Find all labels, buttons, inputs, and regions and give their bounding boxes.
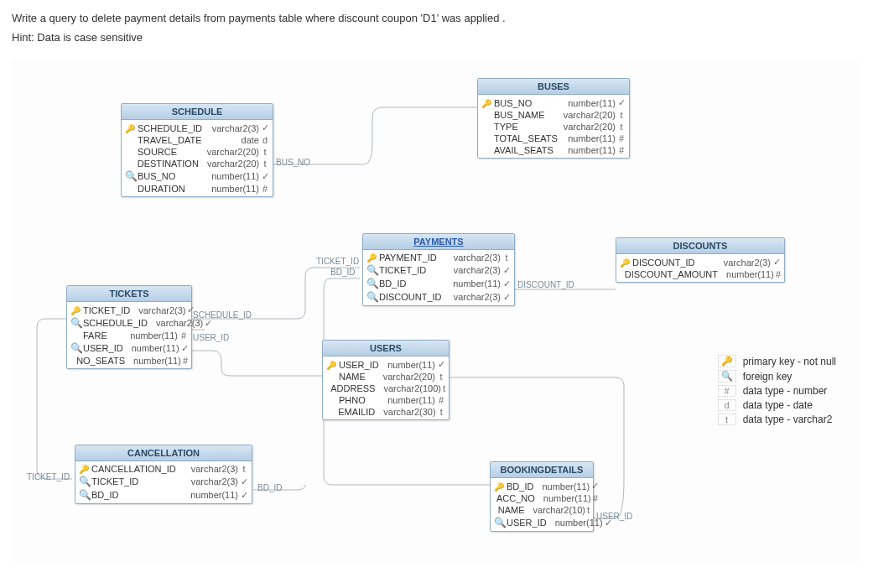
connector-label-schedule-id: SCHEDULE_ID [193,310,252,320]
legend: 🔑primary key - not null 🔍foreign key #da… [718,352,836,428]
connector-label-bd-id-c: BD_ID [257,483,282,492]
table-row: 🔍SCHEDULE_IDvarchar2(3)✓ [67,316,191,330]
key-icon: 🔑 [79,464,89,474]
table-row: 🔑USER_IDnumber(11)✓ [323,358,449,371]
column-name: BUS_NO [494,98,532,108]
column-type: varchar2(3) [183,464,238,474]
table-row: 🔑DISCOUNT_IDvarchar2(3)✓ [616,256,784,268]
column-type: varchar2(100) [375,383,440,393]
column-name: BD_ID [91,490,118,500]
column-type: varchar2(3) [204,123,259,133]
column-name: TRAVEL_DATE [138,135,202,145]
column-flag: t [437,372,445,382]
column-type: varchar2(3) [445,265,501,275]
table-row: AVAIL_SEATSnumber(11)# [478,144,629,156]
column-name: NO_SEATS [76,356,125,366]
table-row: 🔍TICKET_IDvarchar2(3)✓ [75,475,252,488]
column-flag: t [261,147,269,157]
column-name: SCHEDULE_ID [83,318,148,328]
question-text: Write a query to delete payment details … [12,12,861,24]
d-icon: d [718,399,736,411]
table-row: TRAVEL_DATEdated [122,134,273,146]
column-flag: # [437,395,445,405]
column-name: BUS_NO [138,171,175,181]
column-flag: t [240,464,248,474]
column-type: number(11) [718,269,774,279]
column-type: number(11) [122,330,178,341]
column-name: BUS_NAME [494,110,545,120]
column-type: varchar2(20) [555,110,616,120]
column-name: PAYMENT_ID [379,252,437,263]
column-flag: ✓ [437,359,445,370]
table-row: DISCOUNT_AMOUNTnumber(11)# [616,268,784,280]
column-flag: # [617,133,626,143]
column-type: varchar2(20) [199,159,259,169]
connector-label-bus-no: BUS_NO [276,158,310,167]
key-icon: 🔑 [70,305,81,315]
legend-pk: primary key - not null [743,356,836,367]
column-flag: ✓ [502,278,511,289]
column-name: SCHEDULE_ID [138,123,202,133]
table-cancellation: CANCELLATION 🔑CANCELLATION_IDvarchar2(3)… [75,445,252,504]
magnifier-icon: 🔍 [70,317,81,329]
table-row: NO_SEATSnumber(11)# [67,355,191,367]
column-name: TYPE [494,122,518,132]
column-flag: ✓ [181,343,189,354]
table-row: 🔑TICKET_IDvarchar2(3)✓ [67,304,191,316]
table-rows: 🔑PAYMENT_IDvarchar2(3)t🔍TICKET_IDvarchar… [363,250,514,305]
legend-fk: foreign key [743,371,792,382]
column-flag: # [593,493,598,503]
column-type: varchar2(10) [525,505,585,515]
column-flag: ✓ [261,122,269,133]
column-name: PHNO [339,395,366,405]
column-flag: t [502,252,511,263]
column-name: DISCOUNT_ID [632,258,695,268]
column-flag: t [587,505,590,515]
column-name: DESTINATION [138,159,199,169]
connector-label-user-id: USER_ID [193,333,229,342]
column-flag: t [617,110,626,120]
table-row: TOTAL_SEATSnumber(11)# [478,133,629,144]
column-type: varchar2(3) [445,252,501,263]
table-header: CANCELLATION [75,445,252,461]
connector-label-discount-id: DISCOUNT_ID [517,280,574,289]
column-name: USER_ID [339,360,379,370]
table-header: BUSES [478,79,629,95]
column-type: number(11) [125,356,181,366]
column-flag: ✓ [240,476,248,487]
column-name: DISCOUNT_ID [379,292,442,302]
table-row: NAMEvarchar2(10)t [491,504,593,516]
connector-label-ticket-id: TICKET_ID [316,257,359,266]
table-row: PHNOnumber(11)# [323,394,449,406]
table-row: FAREnumber(11)# [67,330,191,341]
table-row: 🔑BUS_NOnumber(11)✓ [478,96,629,109]
column-name: DURATION [138,184,185,194]
table-buses: BUSES 🔑BUS_NOnumber(11)✓BUS_NAMEvarchar2… [477,78,630,159]
column-flag: ✓ [617,97,626,108]
column-flag: ✓ [261,171,269,182]
column-type: varchar2(3) [445,292,501,302]
column-name: TOTAL_SEATS [494,133,558,143]
table-row: DESTINATIONvarchar2(20)t [122,158,273,169]
column-flag: # [776,269,781,279]
table-rows: 🔑CANCELLATION_IDvarchar2(3)t🔍TICKET_IDva… [75,461,252,503]
column-flag: t [617,122,626,132]
key-icon: 🔑 [718,355,736,367]
magnifier-icon: 🔍 [494,517,504,528]
table-row: 🔍BUS_NOnumber(11)✓ [122,169,273,183]
magnifier-icon: 🔍 [366,291,377,303]
table-row: SOURCEvarchar2(20)t [122,146,273,158]
column-type: varchar2(20) [375,372,435,382]
payments-link[interactable]: PAYMENTS [413,237,463,247]
column-type: varchar2(20) [555,122,616,132]
column-flag: # [261,184,269,194]
magnifier-icon: 🔍 [70,342,81,354]
table-row: 🔍DISCOUNT_IDvarchar2(3)✓ [363,290,514,304]
column-name: USER_ID [507,518,547,528]
table-header: USERS [323,341,449,356]
key-icon: 🔑 [494,481,504,492]
table-header: BOOKINGDETAILS [491,462,593,478]
magnifier-icon: 🔍 [718,370,736,382]
column-name: BD_ID [379,278,406,289]
column-type: varchar2(3) [130,305,185,315]
